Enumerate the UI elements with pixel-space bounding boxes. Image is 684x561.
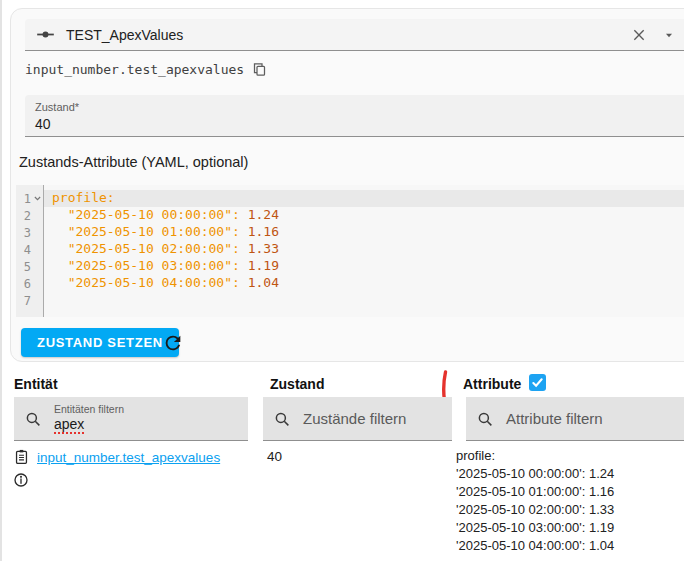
code-line: "2025-05-10 00:00:00": 1.24 — [44, 207, 684, 224]
code-line: "2025-05-10 03:00:00": 1.19 — [44, 258, 684, 275]
chevron-down-icon[interactable] — [663, 29, 675, 41]
code-line: "2025-05-10 04:00:00": 1.04 — [44, 275, 684, 292]
info-icon[interactable] — [13, 472, 29, 488]
clear-icon[interactable] — [631, 27, 647, 43]
line-number: 4 — [16, 243, 31, 257]
state-cell: 40 — [267, 449, 282, 464]
show-attributes-checkbox[interactable] — [529, 374, 546, 391]
copy-icon[interactable] — [252, 62, 267, 77]
state-input[interactable]: Zustand* 40 — [25, 95, 684, 137]
refresh-icon[interactable] — [161, 331, 185, 355]
editor-content[interactable]: profile: "2025-05-10 00:00:00": 1.24 "20… — [44, 185, 684, 317]
editor-gutter: 1 2 3 4 5 6 7 — [16, 185, 44, 317]
column-header-entity: Entität — [14, 376, 58, 392]
column-header-state: Zustand — [270, 376, 324, 392]
code-line — [44, 292, 684, 309]
page-left-border — [0, 0, 2, 561]
attribute-line: '2025-05-10 04:00:00': 1.04 — [456, 537, 682, 555]
fold-chevron-icon[interactable] — [31, 194, 43, 203]
attribute-line: profile: — [456, 447, 682, 465]
ray-vertex-icon — [35, 24, 56, 45]
state-input-label: Zustand* — [35, 101, 684, 113]
code-line: "2025-05-10 01:00:00": 1.16 — [44, 224, 684, 241]
search-icon — [273, 410, 291, 428]
entity-picker-value: TEST_ApexValues — [66, 27, 631, 43]
entity-picker[interactable]: TEST_ApexValues — [25, 19, 684, 51]
attribute-line: '2025-05-10 00:00:00': 1.24 — [456, 465, 682, 483]
attribute-line: '2025-05-10 03:00:00': 1.19 — [456, 519, 682, 537]
line-number: 7 — [16, 294, 31, 308]
search-icon — [24, 410, 42, 428]
line-number: 1 — [16, 192, 31, 206]
entity-row-link[interactable]: input_number.test_apexvalues — [37, 450, 220, 465]
attribute-filter-input[interactable]: Attribute filtern — [466, 397, 684, 441]
copy-to-clipboard-icon[interactable] — [13, 448, 30, 466]
state-filter-placeholder: Zustände filtern — [303, 410, 406, 427]
code-line: profile: — [44, 190, 684, 207]
attribute-line: '2025-05-10 01:00:00': 1.16 — [456, 483, 682, 501]
state-filter-input[interactable]: Zustände filtern — [263, 397, 452, 441]
set-state-button[interactable]: ZUSTAND SETZEN — [21, 328, 179, 357]
attributes-cell: profile: '2025-05-10 00:00:00': 1.24 '20… — [456, 447, 682, 555]
entity-filter-input[interactable]: Entitäten filtern apex — [14, 397, 248, 441]
attribute-line: '2025-05-10 02:00:00': 1.33 — [456, 501, 682, 519]
line-number: 5 — [16, 260, 31, 274]
state-input-value: 40 — [35, 116, 684, 132]
attribute-filter-placeholder: Attribute filtern — [506, 410, 603, 427]
entity-filter-label: Entitäten filtern — [54, 403, 124, 415]
line-number: 6 — [16, 277, 31, 291]
code-line: "2025-05-10 02:00:00": 1.33 — [44, 241, 684, 258]
entity-filter-value: apex — [54, 416, 84, 434]
attributes-section-label: Zustands-Attribute (YAML, optional) — [19, 154, 248, 170]
column-header-attributes: Attribute — [463, 376, 521, 392]
set-state-card: TEST_ApexValues input_number.test_apexva… — [10, 8, 684, 362]
entity-id-text: input_number.test_apexvalues — [25, 62, 244, 77]
yaml-editor: 1 2 3 4 5 6 7 profile: "2025-05-10 00:00… — [16, 185, 684, 317]
line-number: 3 — [16, 226, 31, 240]
line-number: 2 — [16, 209, 31, 223]
search-icon — [476, 410, 494, 428]
